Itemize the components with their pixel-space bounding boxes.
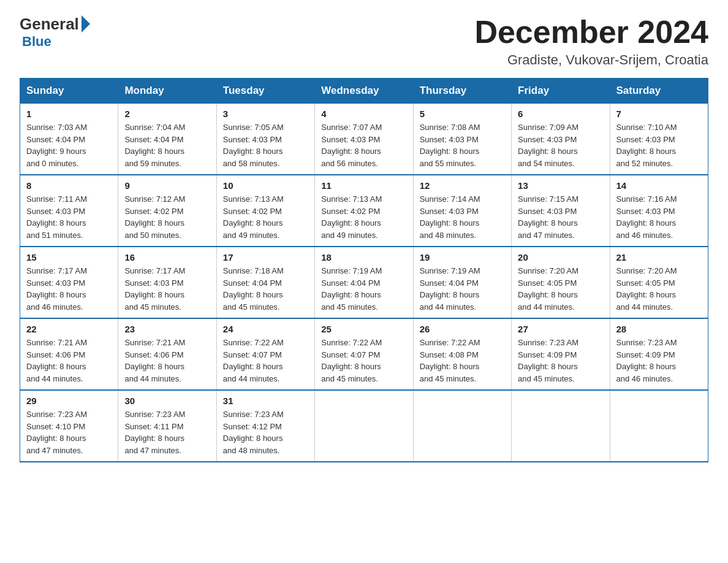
day-number: 18: [321, 252, 406, 262]
logo-arrow-icon: [82, 15, 90, 33]
calendar-cell: 1 Sunrise: 7:03 AMSunset: 4:04 PMDayligh…: [20, 104, 118, 175]
calendar-cell: 8 Sunrise: 7:11 AMSunset: 4:03 PMDayligh…: [20, 175, 118, 247]
day-info: Sunrise: 7:14 AMSunset: 4:03 PMDaylight:…: [420, 194, 480, 240]
day-number: 3: [223, 109, 308, 119]
calendar-week-row: 8 Sunrise: 7:11 AMSunset: 4:03 PMDayligh…: [20, 175, 708, 247]
calendar-cell: 19 Sunrise: 7:19 AMSunset: 4:04 PMDaylig…: [413, 247, 511, 318]
day-number: 10: [223, 180, 308, 191]
calendar-cell: 27 Sunrise: 7:23 AMSunset: 4:09 PMDaylig…: [512, 318, 610, 390]
weekday-header-sunday: Sunday: [20, 79, 118, 104]
calendar-cell: [512, 390, 610, 462]
calendar-cell: 7 Sunrise: 7:10 AMSunset: 4:03 PMDayligh…: [610, 104, 708, 175]
day-info: Sunrise: 7:19 AMSunset: 4:04 PMDaylight:…: [321, 266, 382, 312]
day-number: 29: [26, 396, 112, 406]
day-info: Sunrise: 7:22 AMSunset: 4:07 PMDaylight:…: [223, 338, 284, 383]
day-number: 15: [26, 252, 112, 262]
day-info: Sunrise: 7:20 AMSunset: 4:05 PMDaylight:…: [518, 266, 578, 312]
calendar-cell: 15 Sunrise: 7:17 AMSunset: 4:03 PMDaylig…: [20, 247, 118, 318]
day-number: 20: [518, 252, 603, 262]
day-number: 2: [124, 109, 210, 119]
calendar-week-row: 29 Sunrise: 7:23 AMSunset: 4:10 PMDaylig…: [20, 390, 708, 462]
weekday-header-tuesday: Tuesday: [216, 79, 314, 104]
day-info: Sunrise: 7:08 AMSunset: 4:03 PMDaylight:…: [420, 123, 480, 168]
day-number: 13: [518, 180, 603, 191]
calendar-cell: 16 Sunrise: 7:17 AMSunset: 4:03 PMDaylig…: [118, 247, 216, 318]
page-subtitle: Gradiste, Vukovar-Srijem, Croatia: [474, 52, 708, 68]
day-info: Sunrise: 7:20 AMSunset: 4:05 PMDaylight:…: [616, 266, 677, 312]
weekday-header-monday: Monday: [118, 79, 216, 104]
calendar-cell: 6 Sunrise: 7:09 AMSunset: 4:03 PMDayligh…: [512, 104, 610, 175]
day-number: 14: [616, 180, 702, 191]
day-info: Sunrise: 7:12 AMSunset: 4:02 PMDaylight:…: [124, 194, 185, 240]
calendar-cell: 9 Sunrise: 7:12 AMSunset: 4:02 PMDayligh…: [118, 175, 216, 247]
calendar-cell: 23 Sunrise: 7:21 AMSunset: 4:06 PMDaylig…: [118, 318, 216, 390]
day-info: Sunrise: 7:23 AMSunset: 4:09 PMDaylight:…: [616, 338, 677, 383]
day-info: Sunrise: 7:23 AMSunset: 4:12 PMDaylight:…: [223, 410, 284, 455]
calendar-cell: [610, 390, 708, 462]
calendar-cell: [413, 390, 511, 462]
calendar-cell: 14 Sunrise: 7:16 AMSunset: 4:03 PMDaylig…: [610, 175, 708, 247]
day-info: Sunrise: 7:23 AMSunset: 4:09 PMDaylight:…: [518, 338, 578, 383]
calendar-cell: 25 Sunrise: 7:22 AMSunset: 4:07 PMDaylig…: [315, 318, 413, 390]
day-info: Sunrise: 7:05 AMSunset: 4:03 PMDaylight:…: [223, 123, 284, 168]
day-info: Sunrise: 7:13 AMSunset: 4:02 PMDaylight:…: [321, 194, 382, 240]
weekday-header-thursday: Thursday: [413, 79, 511, 104]
calendar-cell: 10 Sunrise: 7:13 AMSunset: 4:02 PMDaylig…: [216, 175, 314, 247]
title-block: December 2024 Gradiste, Vukovar-Srijem, …: [474, 15, 708, 68]
day-info: Sunrise: 7:18 AMSunset: 4:04 PMDaylight:…: [223, 266, 284, 312]
calendar-cell: 18 Sunrise: 7:19 AMSunset: 4:04 PMDaylig…: [315, 247, 413, 318]
day-number: 19: [420, 252, 505, 262]
logo: General Blue: [20, 15, 90, 50]
day-info: Sunrise: 7:22 AMSunset: 4:08 PMDaylight:…: [420, 338, 480, 383]
calendar-week-row: 1 Sunrise: 7:03 AMSunset: 4:04 PMDayligh…: [20, 104, 708, 175]
day-info: Sunrise: 7:10 AMSunset: 4:03 PMDaylight:…: [616, 123, 677, 168]
day-number: 27: [518, 324, 603, 334]
day-number: 30: [124, 396, 210, 406]
weekday-header-row: SundayMondayTuesdayWednesdayThursdayFrid…: [20, 79, 708, 104]
calendar-cell: [315, 390, 413, 462]
day-info: Sunrise: 7:19 AMSunset: 4:04 PMDaylight:…: [420, 266, 480, 312]
calendar-cell: 20 Sunrise: 7:20 AMSunset: 4:05 PMDaylig…: [512, 247, 610, 318]
day-info: Sunrise: 7:23 AMSunset: 4:11 PMDaylight:…: [124, 410, 185, 455]
day-info: Sunrise: 7:13 AMSunset: 4:02 PMDaylight:…: [223, 194, 284, 240]
calendar-week-row: 15 Sunrise: 7:17 AMSunset: 4:03 PMDaylig…: [20, 247, 708, 318]
day-info: Sunrise: 7:21 AMSunset: 4:06 PMDaylight:…: [124, 338, 185, 383]
calendar-cell: 22 Sunrise: 7:21 AMSunset: 4:06 PMDaylig…: [20, 318, 118, 390]
calendar-cell: 17 Sunrise: 7:18 AMSunset: 4:04 PMDaylig…: [216, 247, 314, 318]
calendar-cell: 30 Sunrise: 7:23 AMSunset: 4:11 PMDaylig…: [118, 390, 216, 462]
day-number: 12: [420, 180, 505, 191]
calendar-cell: 2 Sunrise: 7:04 AMSunset: 4:04 PMDayligh…: [118, 104, 216, 175]
calendar-cell: 13 Sunrise: 7:15 AMSunset: 4:03 PMDaylig…: [512, 175, 610, 247]
calendar-cell: 11 Sunrise: 7:13 AMSunset: 4:02 PMDaylig…: [315, 175, 413, 247]
weekday-header-saturday: Saturday: [610, 79, 708, 104]
logo-general-text: General: [20, 15, 79, 34]
day-number: 22: [26, 324, 112, 334]
day-number: 7: [616, 109, 702, 119]
calendar-cell: 21 Sunrise: 7:20 AMSunset: 4:05 PMDaylig…: [610, 247, 708, 318]
calendar-table: SundayMondayTuesdayWednesdayThursdayFrid…: [20, 78, 708, 462]
day-info: Sunrise: 7:03 AMSunset: 4:04 PMDaylight:…: [26, 123, 87, 168]
day-info: Sunrise: 7:15 AMSunset: 4:03 PMDaylight:…: [518, 194, 578, 240]
calendar-week-row: 22 Sunrise: 7:21 AMSunset: 4:06 PMDaylig…: [20, 318, 708, 390]
day-number: 31: [223, 396, 308, 406]
calendar-cell: 12 Sunrise: 7:14 AMSunset: 4:03 PMDaylig…: [413, 175, 511, 247]
day-number: 17: [223, 252, 308, 262]
calendar-cell: 24 Sunrise: 7:22 AMSunset: 4:07 PMDaylig…: [216, 318, 314, 390]
weekday-header-friday: Friday: [512, 79, 610, 104]
day-info: Sunrise: 7:21 AMSunset: 4:06 PMDaylight:…: [26, 338, 87, 383]
day-number: 26: [420, 324, 505, 334]
calendar-cell: 3 Sunrise: 7:05 AMSunset: 4:03 PMDayligh…: [216, 104, 314, 175]
day-number: 1: [26, 109, 112, 119]
day-info: Sunrise: 7:04 AMSunset: 4:04 PMDaylight:…: [124, 123, 185, 168]
calendar-cell: 29 Sunrise: 7:23 AMSunset: 4:10 PMDaylig…: [20, 390, 118, 462]
logo-blue-text: Blue: [22, 34, 51, 50]
day-info: Sunrise: 7:16 AMSunset: 4:03 PMDaylight:…: [616, 194, 677, 240]
day-number: 21: [616, 252, 702, 262]
day-number: 11: [321, 180, 406, 191]
calendar-cell: 26 Sunrise: 7:22 AMSunset: 4:08 PMDaylig…: [413, 318, 511, 390]
calendar-cell: 5 Sunrise: 7:08 AMSunset: 4:03 PMDayligh…: [413, 104, 511, 175]
calendar-cell: 31 Sunrise: 7:23 AMSunset: 4:12 PMDaylig…: [216, 390, 314, 462]
day-number: 4: [321, 109, 406, 119]
day-number: 24: [223, 324, 308, 334]
day-info: Sunrise: 7:07 AMSunset: 4:03 PMDaylight:…: [321, 123, 382, 168]
